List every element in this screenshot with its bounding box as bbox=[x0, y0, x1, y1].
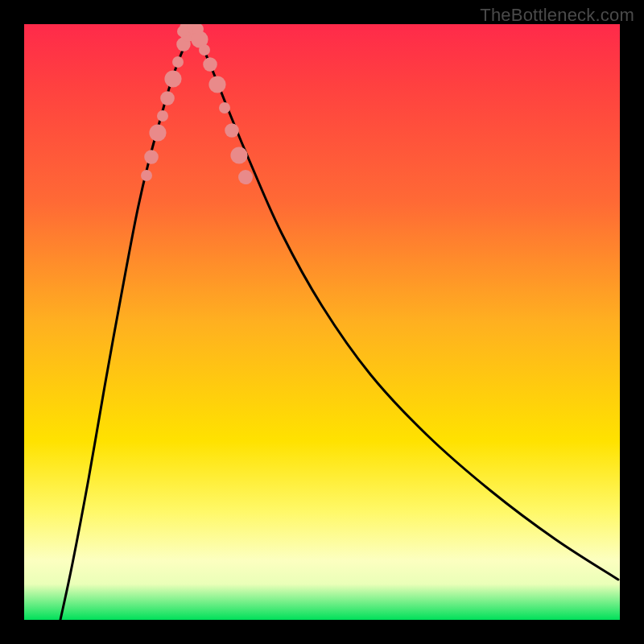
curve-left-branch bbox=[60, 28, 192, 620]
marker-right-2 bbox=[199, 44, 210, 56]
marker-right-5 bbox=[219, 102, 230, 114]
watermark-label: TheBottleneck.com bbox=[480, 5, 634, 26]
marker-left-1 bbox=[144, 150, 159, 164]
marker-right-7 bbox=[230, 147, 247, 163]
marker-left-4 bbox=[160, 91, 175, 105]
marker-right-3 bbox=[203, 57, 217, 72]
marker-tip-3 bbox=[177, 26, 188, 37]
marker-left-0 bbox=[141, 170, 152, 181]
curve-right-branch bbox=[192, 28, 618, 580]
marker-right-4 bbox=[208, 76, 225, 93]
marker-left-6 bbox=[172, 56, 184, 68]
marker-right-6 bbox=[225, 123, 239, 138]
bottleneck-curve-chart bbox=[24, 24, 620, 620]
plot-area bbox=[24, 24, 620, 620]
marker-isolated bbox=[238, 170, 253, 184]
marker-left-3 bbox=[157, 110, 168, 122]
marker-left-2 bbox=[149, 124, 166, 141]
chart-frame: TheBottleneck.com bbox=[0, 0, 644, 644]
marker-left-5 bbox=[164, 70, 181, 87]
